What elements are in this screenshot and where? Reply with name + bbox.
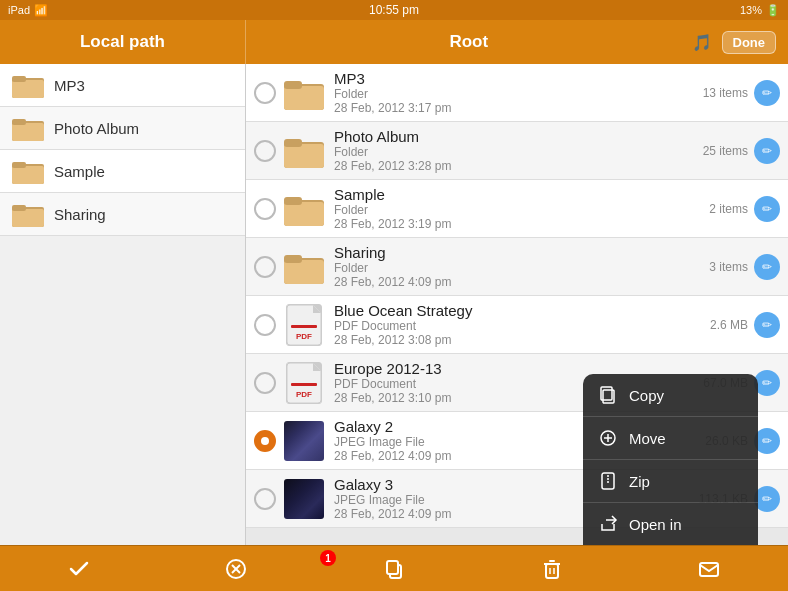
context-menu-copy[interactable]: Copy bbox=[583, 374, 758, 417]
file-size: 25 items bbox=[688, 144, 748, 158]
svg-rect-4 bbox=[12, 123, 44, 141]
pdf-icon: PDF bbox=[286, 304, 322, 346]
image-thumb bbox=[284, 479, 324, 519]
edit-button[interactable] bbox=[754, 138, 780, 164]
folder-icon bbox=[12, 115, 44, 141]
copy-icon bbox=[597, 384, 619, 406]
radio-button[interactable] bbox=[254, 488, 276, 510]
edit-button[interactable] bbox=[754, 312, 780, 338]
header-right: 🎵 Done bbox=[692, 31, 789, 54]
file-date: 28 Feb, 2012 4:09 pm bbox=[334, 275, 688, 289]
carrier-label: iPad bbox=[8, 4, 30, 16]
svg-rect-2 bbox=[12, 76, 26, 82]
delete-button[interactable] bbox=[532, 549, 572, 589]
svg-rect-14 bbox=[284, 81, 302, 89]
music-icon: 🎵 bbox=[692, 33, 712, 52]
checkmark-button[interactable] bbox=[59, 549, 99, 589]
edit-button[interactable] bbox=[754, 80, 780, 106]
svg-rect-17 bbox=[284, 139, 302, 147]
svg-text:PDF: PDF bbox=[296, 390, 312, 399]
radio-button[interactable] bbox=[254, 256, 276, 278]
copy-button[interactable] bbox=[374, 549, 414, 589]
pdf-thumb: PDF bbox=[284, 363, 324, 403]
file-size: 2.6 MB bbox=[688, 318, 748, 332]
radio-button[interactable] bbox=[254, 430, 276, 452]
svg-rect-10 bbox=[12, 209, 44, 227]
status-right: 13% 🔋 bbox=[740, 4, 780, 17]
main-layout: MP3 Photo Album Sample Sharing bbox=[0, 64, 788, 545]
file-date: 28 Feb, 2012 3:28 pm bbox=[334, 159, 688, 173]
svg-marker-29 bbox=[313, 363, 321, 371]
table-row[interactable]: MP3 Folder 28 Feb, 2012 3:17 pm 13 items bbox=[246, 64, 788, 122]
context-menu: Copy Move bbox=[583, 374, 758, 545]
file-type: Folder bbox=[334, 261, 688, 275]
radio-button[interactable] bbox=[254, 314, 276, 336]
file-info: MP3 Folder 28 Feb, 2012 3:17 pm bbox=[334, 70, 688, 115]
svg-rect-50 bbox=[700, 563, 718, 576]
file-name: Blue Ocean Strategy bbox=[334, 302, 688, 319]
open-in-label: Open in bbox=[629, 516, 682, 533]
sidebar-label-photo-album: Photo Album bbox=[54, 120, 139, 137]
copy-label: Copy bbox=[629, 387, 664, 404]
table-row[interactable]: PDF Blue Ocean Strategy PDF Document 28 … bbox=[246, 296, 788, 354]
radio-button[interactable] bbox=[254, 372, 276, 394]
radio-button[interactable] bbox=[254, 82, 276, 104]
bottom-toolbar: 1 bbox=[0, 545, 788, 591]
table-row[interactable]: Sharing Folder 28 Feb, 2012 4:09 pm 3 it… bbox=[246, 238, 788, 296]
sidebar-item-photo-album[interactable]: Photo Album bbox=[0, 107, 245, 150]
folder-icon bbox=[12, 201, 44, 227]
file-name: Sharing bbox=[334, 244, 688, 261]
folder-thumb bbox=[284, 131, 324, 171]
sidebar-label-mp3: MP3 bbox=[54, 77, 85, 94]
svg-rect-26 bbox=[291, 325, 317, 328]
file-size: 3 items bbox=[688, 260, 748, 274]
edit-button[interactable] bbox=[754, 196, 780, 222]
move-label: Move bbox=[629, 430, 666, 447]
file-info: Photo Album Folder 28 Feb, 2012 3:28 pm bbox=[334, 128, 688, 173]
context-menu-open-in[interactable]: Open in bbox=[583, 503, 758, 545]
badge-count: 1 bbox=[320, 550, 336, 566]
sidebar-label-sample: Sample bbox=[54, 163, 105, 180]
edit-button[interactable] bbox=[754, 254, 780, 280]
zip-label: Zip bbox=[629, 473, 650, 490]
image-thumb bbox=[284, 421, 324, 461]
email-button[interactable] bbox=[689, 549, 729, 589]
svg-rect-13 bbox=[284, 86, 324, 110]
file-size: 13 items bbox=[688, 86, 748, 100]
sidebar-label-sharing: Sharing bbox=[54, 206, 106, 223]
sidebar-item-mp3[interactable]: MP3 bbox=[0, 64, 245, 107]
file-list: MP3 Folder 28 Feb, 2012 3:17 pm 13 items… bbox=[246, 64, 788, 545]
battery-label: 13% bbox=[740, 4, 762, 16]
svg-rect-30 bbox=[291, 383, 317, 386]
svg-rect-20 bbox=[284, 197, 302, 205]
table-row[interactable]: Photo Album Folder 28 Feb, 2012 3:28 pm … bbox=[246, 122, 788, 180]
svg-rect-16 bbox=[284, 144, 324, 168]
svg-rect-45 bbox=[546, 564, 558, 578]
pdf-icon: PDF bbox=[286, 362, 322, 404]
svg-rect-5 bbox=[12, 119, 26, 125]
folder-thumb bbox=[284, 73, 324, 113]
sidebar-item-sample[interactable]: Sample bbox=[0, 150, 245, 193]
battery-icon: 🔋 bbox=[766, 4, 780, 17]
cancel-button[interactable] bbox=[216, 549, 256, 589]
time-label: 10:55 pm bbox=[369, 3, 419, 17]
file-name: Photo Album bbox=[334, 128, 688, 145]
file-info: Sample Folder 28 Feb, 2012 3:19 pm bbox=[334, 186, 688, 231]
content-title: Root bbox=[246, 32, 692, 52]
file-date: 28 Feb, 2012 3:17 pm bbox=[334, 101, 688, 115]
sidebar: MP3 Photo Album Sample Sharing bbox=[0, 64, 246, 545]
context-menu-zip[interactable]: Zip bbox=[583, 460, 758, 503]
folder-thumb bbox=[284, 189, 324, 229]
pdf-thumb: PDF bbox=[284, 305, 324, 345]
table-row[interactable]: Sample Folder 28 Feb, 2012 3:19 pm 2 ite… bbox=[246, 180, 788, 238]
folder-thumb bbox=[284, 247, 324, 287]
svg-rect-8 bbox=[12, 162, 26, 168]
sidebar-item-sharing[interactable]: Sharing bbox=[0, 193, 245, 236]
radio-button[interactable] bbox=[254, 140, 276, 162]
header: Local path Root 🎵 Done bbox=[0, 20, 788, 64]
radio-button[interactable] bbox=[254, 198, 276, 220]
file-type: Folder bbox=[334, 87, 688, 101]
done-button[interactable]: Done bbox=[722, 31, 777, 54]
context-menu-move[interactable]: Move bbox=[583, 417, 758, 460]
svg-rect-1 bbox=[12, 80, 44, 98]
